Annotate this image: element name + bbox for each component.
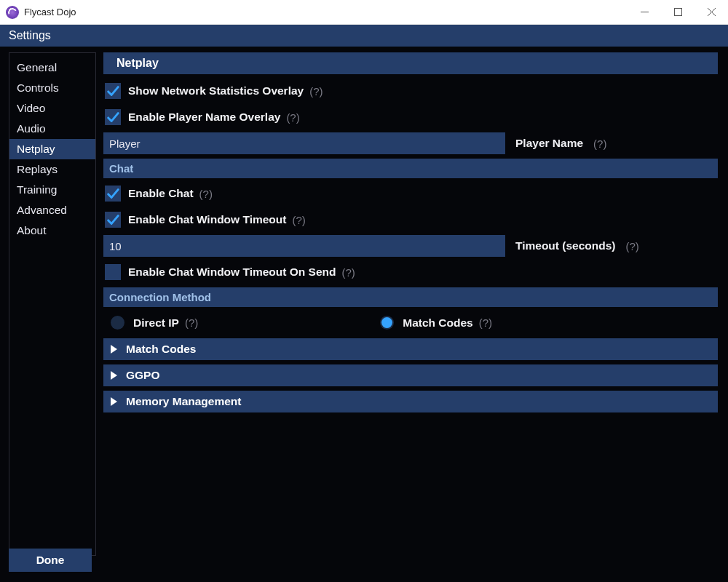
check-icon	[106, 111, 119, 124]
expand-icon	[111, 371, 117, 380]
settings-panel: Netplay Show Network Statistics Overlay …	[103, 47, 728, 541]
sidebar-item-general[interactable]: General	[9, 57, 95, 78]
expand-icon	[111, 397, 117, 406]
help-icon[interactable]: (?)	[341, 266, 355, 279]
help-icon[interactable]: (?)	[185, 316, 198, 329]
label-enable-chat-timeout-on-send: Enable Chat Window Timeout On Send	[128, 266, 336, 279]
sidebar-item-video[interactable]: Video	[9, 98, 95, 119]
collapser-label: Match Codes	[126, 343, 196, 356]
help-icon[interactable]: (?)	[479, 316, 492, 329]
help-icon[interactable]: (?)	[292, 214, 305, 226]
settings-header: Settings	[0, 25, 728, 47]
label-enable-chat: Enable Chat	[128, 187, 194, 200]
minimize-button[interactable]	[628, 0, 661, 25]
window-titlebar: Flycast Dojo	[0, 0, 728, 25]
check-icon	[106, 84, 119, 97]
collapser-memory-management[interactable]: Memory Management	[103, 391, 718, 412]
label-direct-ip: Direct IP	[133, 316, 179, 330]
sidebar-item-advanced[interactable]: Advanced	[9, 200, 95, 220]
checkbox-enable-chat-timeout[interactable]	[105, 212, 121, 228]
label-player-name: Player Name	[515, 137, 583, 150]
settings-sidebar: General Controls Video Audio Netplay Rep…	[9, 52, 96, 556]
label-timeout: Timeout (seconds)	[515, 239, 616, 252]
label-match-codes: Match Codes	[403, 316, 472, 330]
collapser-label: Memory Management	[126, 395, 241, 408]
sidebar-item-netplay[interactable]: Netplay	[9, 139, 95, 159]
checkbox-enable-name-overlay[interactable]	[105, 109, 121, 125]
player-name-input[interactable]	[103, 132, 505, 154]
check-icon	[106, 213, 119, 226]
label-enable-name-overlay: Enable Player Name Overlay	[128, 111, 280, 124]
radio-match-codes[interactable]	[380, 316, 394, 330]
window-title: Flycast Dojo	[24, 7, 76, 17]
label-enable-chat-timeout: Enable Chat Window Timeout	[128, 213, 286, 226]
sidebar-item-controls[interactable]: Controls	[9, 78, 95, 98]
checkbox-enable-chat-timeout-on-send[interactable]	[105, 264, 121, 280]
check-icon	[106, 187, 119, 200]
help-icon[interactable]: (?)	[626, 240, 639, 252]
help-icon[interactable]: (?)	[593, 137, 606, 150]
help-icon[interactable]: (?)	[199, 188, 213, 200]
sidebar-item-replays[interactable]: Replays	[9, 159, 95, 180]
done-button[interactable]: Done	[9, 549, 92, 572]
sidebar-item-about[interactable]: About	[9, 220, 95, 241]
sidebar-item-training[interactable]: Training	[9, 180, 95, 200]
close-button[interactable]	[695, 0, 728, 25]
maximize-button[interactable]	[661, 0, 695, 25]
help-icon[interactable]: (?)	[309, 85, 323, 97]
checkbox-enable-chat[interactable]	[105, 186, 121, 202]
svg-rect-0	[674, 9, 681, 16]
label-show-net-stats: Show Network Statistics Overlay	[128, 84, 304, 97]
panel-title: Netplay	[103, 52, 718, 74]
radio-direct-ip[interactable]	[111, 316, 124, 330]
section-connection-method: Connection Method	[103, 287, 718, 307]
checkbox-show-net-stats[interactable]	[105, 83, 121, 99]
app-icon	[6, 6, 19, 19]
help-icon[interactable]: (?)	[286, 111, 299, 124]
section-chat: Chat	[103, 159, 718, 178]
collapser-label: GGPO	[126, 369, 160, 382]
expand-icon	[111, 345, 117, 354]
chat-timeout-input[interactable]	[103, 235, 505, 257]
sidebar-item-audio[interactable]: Audio	[9, 119, 95, 139]
collapser-ggpo[interactable]: GGPO	[103, 364, 718, 386]
collapser-match-codes[interactable]: Match Codes	[103, 338, 718, 360]
